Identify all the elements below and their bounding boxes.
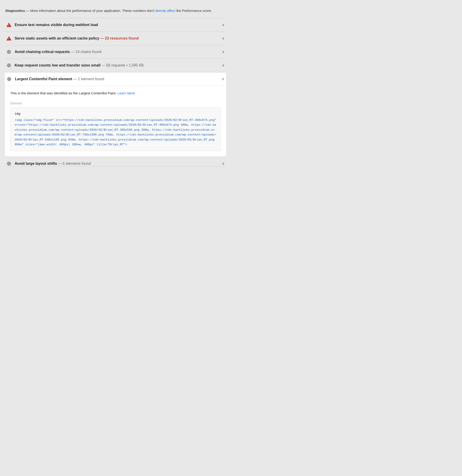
audit-icon-neutral-2: [6, 63, 11, 68]
diagnostics-description-text2: the Performance score.: [175, 9, 212, 13]
neutral-circle-icon-bottom: [7, 162, 11, 166]
expanded-header-lcp[interactable]: Largest Contentful Paint element — 1 ele…: [5, 72, 226, 86]
diagnostics-description-text: — More information about the performance…: [25, 9, 155, 13]
directly-affect-link[interactable]: directly affect: [155, 9, 175, 13]
audit-icon-neutral-lcp: [7, 76, 12, 82]
element-column-label: Element: [10, 102, 221, 105]
chevron-down-icon-bottom: ∨: [222, 161, 225, 166]
code-content: <img class="img-fluid" src="https://cdn-…: [15, 118, 216, 147]
warning-triangle-icon: [6, 23, 11, 27]
neutral-circle-icon-2: [7, 63, 11, 68]
divider-bottom: [6, 166, 226, 166]
chevron-down-icon-4: ∨: [222, 63, 225, 68]
lcp-description: This is the element that was identified …: [10, 91, 221, 96]
diagnostics-container: Diagnostics — More information about the…: [0, 0, 231, 166]
diagnostics-title: Diagnostics: [6, 9, 25, 13]
audit-title-lcp: Largest Contentful Paint element — 1 ele…: [15, 77, 219, 81]
audit-title-layout-shifts: Avoid large layout shifts — 5 elements f…: [15, 162, 219, 166]
chevron-down-icon-2: ∨: [222, 36, 225, 41]
code-tag: img: [15, 111, 216, 116]
audit-row-webfont[interactable]: Ensure text remains visible during webfo…: [5, 18, 227, 32]
chevron-down-icon-3: ∨: [222, 50, 225, 54]
expanded-lcp-panel: Largest Contentful Paint element — 1 ele…: [5, 72, 227, 157]
audit-row-critical-requests[interactable]: Avoid chaining critical requests — 14 ch…: [5, 45, 227, 59]
audit-icon-neutral-1: [6, 49, 11, 54]
audit-icon-warning-2: [6, 36, 11, 41]
expanded-body-lcp: This is the element that was identified …: [5, 86, 226, 157]
diagnostics-header: Diagnostics — More information about the…: [5, 5, 227, 18]
audit-title-request-counts: Keep request counts low and transfer siz…: [15, 63, 219, 68]
neutral-circle-icon-1: [7, 50, 11, 54]
chevron-down-icon: ∨: [222, 23, 225, 27]
audit-icon-warning: [6, 22, 11, 27]
learn-more-link[interactable]: Learn More: [118, 91, 135, 95]
audit-title-critical-requests: Avoid chaining critical requests — 14 ch…: [15, 50, 219, 54]
lcp-code-block: img <img class="img-fluid" src="https://…: [10, 107, 221, 151]
chevron-up-icon: ∧: [222, 77, 224, 81]
audit-title-webfont: Ensure text remains visible during webfo…: [15, 23, 219, 27]
neutral-circle-icon-lcp: [7, 77, 11, 81]
warning-triangle-icon-2: [6, 36, 11, 41]
audit-row-layout-shifts[interactable]: Avoid large layout shifts — 5 elements f…: [5, 157, 227, 166]
audit-title-cache: Serve static assets with an efficient ca…: [15, 36, 219, 41]
audit-icon-neutral-bottom: [6, 161, 11, 166]
audit-row-request-counts[interactable]: Keep request counts low and transfer siz…: [5, 59, 227, 72]
audit-row-cache[interactable]: Serve static assets with an efficient ca…: [5, 32, 227, 45]
